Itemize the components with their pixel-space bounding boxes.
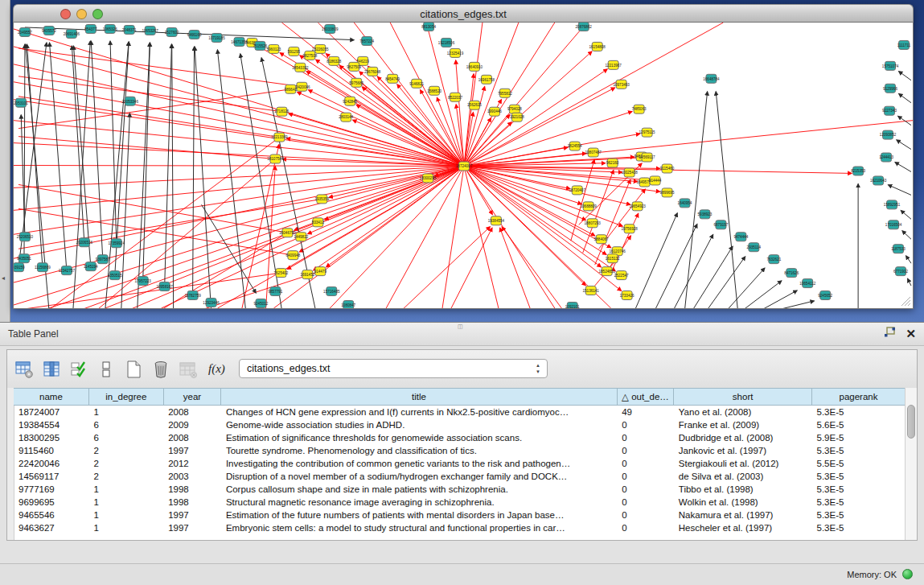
network-node[interactable]: 989641	[285, 84, 298, 93]
network-node[interactable]: 20691406	[64, 29, 80, 38]
network-node[interactable]: 6466160	[187, 30, 202, 39]
network-node[interactable]: 2053101	[14, 98, 28, 107]
column-header-pagerank[interactable]: pagerank	[812, 389, 906, 406]
network-node[interactable]: 15751074	[882, 61, 899, 70]
column-header-out_de[interactable]: △ out_de…	[617, 389, 674, 406]
network-node[interactable]: 5960123	[267, 44, 281, 53]
memory-status-icon[interactable]	[902, 569, 913, 579]
network-node[interactable]: 10807487	[585, 148, 602, 157]
network-node[interactable]: 1527602	[165, 27, 179, 36]
network-node[interactable]: 8454749	[385, 74, 400, 83]
network-node[interactable]: 9129966	[883, 84, 897, 93]
network-node[interactable]: 1615132	[606, 254, 620, 263]
network-node[interactable]: 9827509	[347, 62, 361, 71]
select-column-icon[interactable]	[41, 359, 62, 380]
network-node[interactable]: 16033809	[322, 24, 339, 33]
table-row[interactable]: 969969511998Structural magnetic resonanc…	[14, 496, 906, 509]
network-node[interactable]: 10973493	[613, 80, 630, 89]
network-node[interactable]: 8522037	[448, 93, 462, 101]
network-node[interactable]: 2048371	[122, 25, 137, 34]
network-node[interactable]: 19384554	[488, 216, 505, 225]
network-node[interactable]: 1244413	[879, 153, 893, 162]
network-node[interactable]: 1990446	[487, 107, 502, 116]
resize-grip-icon[interactable]	[905, 300, 910, 306]
resize-grip-icon[interactable]	[908, 303, 910, 306]
network-node[interactable]: 1562615	[467, 101, 482, 109]
network-node[interactable]: 15716485	[323, 287, 340, 296]
network-node[interactable]: 12325419	[447, 48, 464, 57]
float-panel-icon[interactable]	[884, 327, 896, 341]
network-node[interactable]: 962160	[606, 159, 619, 167]
network-node[interactable]: 14671358	[231, 37, 248, 46]
network-node[interactable]: 15136141	[583, 286, 600, 295]
network-node[interactable]: 20876862	[576, 23, 593, 31]
network-node[interactable]: 1733426	[620, 291, 634, 300]
network-node[interactable]: 1092101	[565, 303, 580, 308]
network-node[interactable]: 23676048	[364, 67, 381, 76]
network-node[interactable]: 16961758	[478, 75, 495, 84]
network-node[interactable]: 1935359	[314, 195, 329, 204]
table-row[interactable]: 977716911998Corpus callosum shape and si…	[14, 483, 906, 496]
network-node[interactable]: 8186328	[326, 56, 341, 65]
delete-table-icon[interactable]	[150, 359, 171, 380]
network-node[interactable]: 5975685	[349, 78, 363, 87]
network-node[interactable]: 914444	[649, 176, 662, 185]
network-node[interactable]: 18720407	[569, 186, 586, 195]
network-node[interactable]: 20053346	[122, 97, 139, 105]
network-canvas[interactable]: 1872400718300295746382259601235912952322…	[13, 23, 914, 309]
new-table-icon[interactable]	[123, 359, 144, 380]
network-node[interactable]: 12975115	[639, 128, 655, 137]
network-node[interactable]: 2718126	[274, 107, 289, 116]
network-node[interactable]: 2522547	[614, 271, 629, 280]
panel-splitter-handle[interactable]: ◫	[458, 323, 463, 330]
left-panel-collapse-strip[interactable]: ◂	[0, 0, 10, 322]
network-node[interactable]: 9435051	[17, 254, 31, 263]
network-node[interactable]: 10653267	[142, 26, 159, 35]
network-node[interactable]: 6409948	[285, 251, 300, 260]
network-node[interactable]: 9857791	[268, 287, 282, 296]
network-node[interactable]: 9245012	[254, 299, 269, 308]
network-node[interactable]: 2049557	[18, 27, 32, 36]
network-node[interactable]: 7857224	[359, 36, 374, 45]
collapse-arrow-icon[interactable]: ◂	[2, 274, 5, 282]
network-node[interactable]: 939159	[14, 263, 25, 272]
network-node[interactable]: 10654112	[799, 279, 815, 288]
network-node[interactable]: 9435572	[42, 26, 56, 35]
network-node[interactable]: 8471626	[784, 269, 799, 278]
network-node[interactable]: 16154808	[589, 42, 606, 51]
column-header-title[interactable]: title	[221, 389, 617, 406]
network-node[interactable]: 7515526	[253, 41, 268, 50]
network-node[interactable]: 7955812	[498, 89, 512, 97]
network-node[interactable]: 19218506	[438, 38, 455, 47]
network-node[interactable]: 2803144	[339, 113, 353, 122]
network-node[interactable]: 1640954	[678, 199, 692, 208]
network-node[interactable]: 1187533	[891, 245, 906, 253]
column-header-name[interactable]: name	[14, 389, 88, 406]
table-row[interactable]: 1456911722003Disruption of a novel membe…	[14, 470, 906, 483]
network-node[interactable]: 7485063	[632, 105, 647, 113]
network-node[interactable]: 1921028	[510, 113, 524, 122]
network-node[interactable]: 6879197	[714, 220, 729, 229]
network-node[interactable]: 1080847	[341, 301, 355, 308]
network-node[interactable]: 18543392	[292, 63, 309, 72]
network-node[interactable]: 9146821	[409, 79, 424, 88]
network-node[interactable]: 12213369	[271, 133, 288, 142]
network-node[interactable]: 12213967	[605, 60, 622, 69]
table-row[interactable]: 1830029562008Estimation of significance …	[14, 431, 906, 444]
network-node[interactable]: 10958167	[156, 282, 173, 291]
network-node[interactable]: 9397587	[96, 255, 110, 264]
network-node[interactable]: 7625402	[273, 269, 288, 278]
network-node[interactable]: 9115460	[660, 164, 675, 173]
network-node[interactable]: 854377	[84, 24, 97, 33]
table-row[interactable]: 911546021997Tourette syndrome. Phenomeno…	[14, 444, 906, 457]
network-node[interactable]: 914479	[314, 267, 327, 276]
network-node[interactable]: 9474444	[733, 233, 748, 241]
table-vertical-scrollbar[interactable]	[905, 388, 917, 540]
network-node[interactable]: 16210643	[870, 176, 887, 185]
column-header-year[interactable]: year	[163, 389, 221, 406]
network-node[interactable]: 18807293	[585, 219, 602, 228]
network-node[interactable]: 9242845	[343, 97, 357, 105]
network-window-titlebar[interactable]: citations_edges.txt	[13, 4, 914, 23]
network-node[interactable]: 1350515	[108, 271, 122, 280]
network-node[interactable]: 9227343	[882, 106, 897, 115]
